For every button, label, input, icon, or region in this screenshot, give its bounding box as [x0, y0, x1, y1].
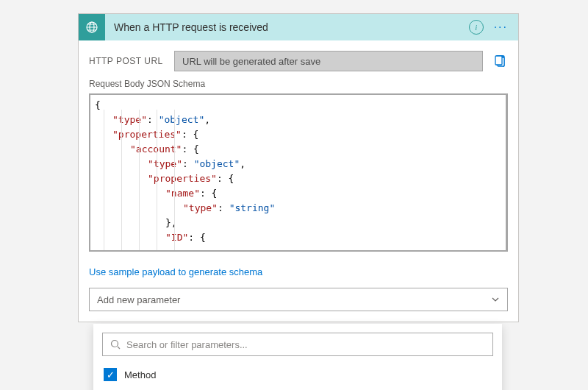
schema-label: Request Body JSON Schema	[89, 79, 508, 89]
parameter-search-input[interactable]	[126, 339, 485, 350]
info-icon[interactable]: i	[469, 20, 484, 35]
http-trigger-icon	[79, 14, 105, 40]
url-label: HTTP POST URL	[89, 56, 165, 66]
schema-section: Request Body JSON Schema {"type": "objec…	[79, 79, 518, 259]
copy-url-button[interactable]	[492, 53, 508, 69]
more-menu-button[interactable]: ···	[491, 21, 511, 34]
parameter-option-label: Method	[124, 369, 156, 380]
use-sample-payload-link[interactable]: Use sample payload to generate schema	[79, 259, 273, 288]
card-header[interactable]: When a HTTP request is received i ···	[79, 14, 518, 40]
card-title: When a HTTP request is received	[105, 21, 469, 33]
chevron-down-icon	[491, 295, 500, 304]
parameter-option[interactable]: Relative path	[102, 386, 493, 390]
schema-textarea[interactable]: {"type": "object","properties": {"accoun…	[89, 93, 508, 252]
add-parameter-dropdown[interactable]: Add new parameter	[89, 288, 508, 311]
parameter-search-box[interactable]	[102, 333, 493, 356]
parameter-option[interactable]: ✓Method	[102, 364, 493, 386]
svg-rect-4	[495, 56, 502, 65]
trigger-card: When a HTTP request is received i ··· HT…	[78, 13, 519, 322]
url-readonly-box: URL will be generated after save	[174, 51, 483, 71]
url-row: HTTP POST URL URL will be generated afte…	[79, 40, 518, 79]
svg-point-5	[112, 341, 118, 347]
parameter-dropdown-panel: ✓MethodRelative path	[93, 324, 502, 390]
search-icon	[110, 339, 121, 350]
add-parameter-placeholder: Add new parameter	[97, 294, 180, 305]
checkbox-icon[interactable]: ✓	[104, 368, 117, 381]
